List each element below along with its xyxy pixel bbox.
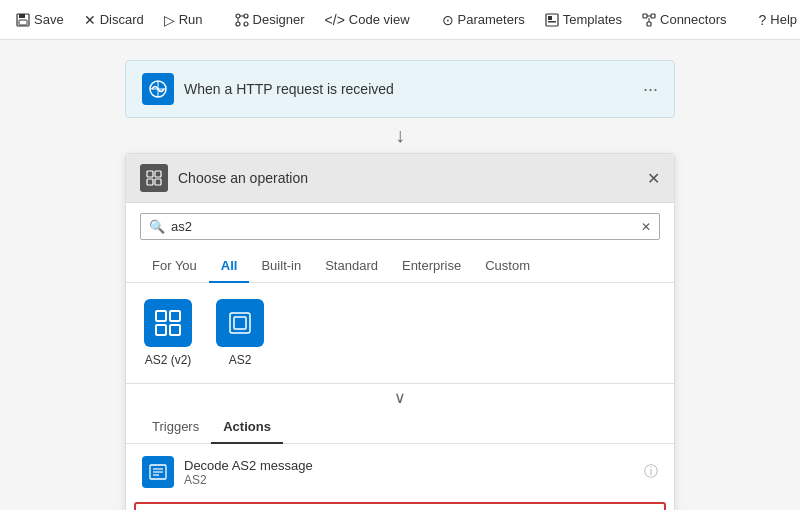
- svg-point-6: [244, 22, 248, 26]
- svg-rect-23: [155, 179, 161, 185]
- help-label: Help: [770, 12, 797, 27]
- svg-point-3: [236, 14, 240, 18]
- trigger-box: When a HTTP request is received ···: [125, 60, 675, 118]
- connector-cards: AS2 (v2) AS2: [126, 283, 674, 384]
- svg-point-5: [236, 22, 240, 26]
- connectors-button[interactable]: Connectors: [634, 8, 734, 31]
- codeview-icon: </>: [325, 12, 345, 28]
- svg-rect-1: [19, 14, 25, 18]
- action-item-decode-as2-message[interactable]: Decode AS2 message AS2 ⓘ: [126, 444, 674, 500]
- help-icon: ?: [759, 12, 767, 28]
- templates-button[interactable]: Templates: [537, 8, 630, 31]
- operation-header: Choose an operation ✕: [126, 154, 674, 203]
- trigger-title: When a HTTP request is received: [184, 81, 394, 97]
- save-label: Save: [34, 12, 64, 27]
- operation-header-title: Choose an operation: [178, 170, 308, 186]
- parameters-button[interactable]: ⊙ Parameters: [434, 8, 533, 32]
- svg-rect-27: [170, 325, 180, 335]
- search-clear-button[interactable]: ✕: [641, 220, 651, 234]
- svg-rect-14: [647, 22, 651, 26]
- tab-builtin[interactable]: Built-in: [249, 250, 313, 283]
- connector-card-as2[interactable]: AS2: [212, 295, 268, 371]
- save-icon: [16, 13, 30, 27]
- discard-icon: ✕: [84, 12, 96, 28]
- discard-label: Discard: [100, 12, 144, 27]
- arrow-down: ↓: [20, 124, 780, 147]
- tab-enterprise[interactable]: Enterprise: [390, 250, 473, 283]
- save-button[interactable]: Save: [8, 8, 72, 31]
- decode-as2-text: Decode AS2 message AS2: [184, 458, 634, 487]
- trigger-more-button[interactable]: ···: [643, 79, 658, 100]
- svg-rect-13: [651, 14, 655, 18]
- codeview-button[interactable]: </> Code view: [317, 8, 418, 32]
- category-tabs: For You All Built-in Standard Enterprise…: [126, 250, 674, 283]
- sub-tab-triggers[interactable]: Triggers: [140, 411, 211, 444]
- svg-rect-20: [147, 171, 153, 177]
- connectors-icon: [642, 13, 656, 27]
- svg-rect-28: [230, 313, 250, 333]
- sub-tabs: Triggers Actions: [126, 411, 674, 444]
- svg-rect-11: [548, 21, 556, 23]
- svg-rect-24: [156, 311, 166, 321]
- designer-button[interactable]: Designer: [227, 8, 313, 31]
- toolbar: Save ✕ Discard ▷ Run Designer </> Code v…: [0, 0, 800, 40]
- help-button[interactable]: ? Help: [751, 8, 801, 32]
- sub-tab-actions[interactable]: Actions: [211, 411, 283, 444]
- connectors-label: Connectors: [660, 12, 726, 27]
- search-box: 🔍 ✕: [140, 213, 660, 240]
- trigger-icon: [142, 73, 174, 105]
- as2v2-label: AS2 (v2): [145, 353, 192, 367]
- svg-rect-26: [156, 325, 166, 335]
- search-input[interactable]: [171, 219, 635, 234]
- panel-chevron: ∨: [126, 384, 674, 411]
- connector-card-as2v2[interactable]: AS2 (v2): [140, 295, 196, 371]
- tab-for-you[interactable]: For You: [140, 250, 209, 283]
- run-button[interactable]: ▷ Run: [156, 8, 211, 32]
- as2v2-icon: [144, 299, 192, 347]
- svg-rect-2: [19, 20, 27, 25]
- tab-all[interactable]: All: [209, 250, 250, 283]
- decode-as2-icon: [142, 456, 174, 488]
- designer-label: Designer: [253, 12, 305, 27]
- svg-rect-10: [548, 16, 552, 20]
- templates-icon: [545, 13, 559, 27]
- run-label: Run: [179, 12, 203, 27]
- run-icon: ▷: [164, 12, 175, 28]
- tab-standard[interactable]: Standard: [313, 250, 390, 283]
- parameters-icon: ⊙: [442, 12, 454, 28]
- templates-label: Templates: [563, 12, 622, 27]
- action-item-as2-decode[interactable]: AS2 Decode AS2 (v2) ⓘ: [134, 502, 666, 510]
- operation-panel: Choose an operation ✕ 🔍 ✕ For You All Bu…: [125, 153, 675, 510]
- action-list: Decode AS2 message AS2 ⓘ AS2 Decode: [126, 444, 674, 510]
- svg-rect-22: [147, 179, 153, 185]
- tab-custom[interactable]: Custom: [473, 250, 542, 283]
- operation-header-icon: [140, 164, 168, 192]
- codeview-label: Code view: [349, 12, 410, 27]
- svg-point-4: [244, 14, 248, 18]
- svg-rect-29: [234, 317, 246, 329]
- operation-close-button[interactable]: ✕: [647, 169, 660, 188]
- svg-rect-25: [170, 311, 180, 321]
- svg-rect-21: [155, 171, 161, 177]
- as2-icon: [216, 299, 264, 347]
- search-icon: 🔍: [149, 219, 165, 234]
- svg-rect-12: [643, 14, 647, 18]
- decode-as2-name: Decode AS2 message: [184, 458, 634, 473]
- decode-as2-info-button[interactable]: ⓘ: [644, 463, 658, 481]
- search-container: 🔍 ✕: [126, 203, 674, 250]
- canvas: When a HTTP request is received ··· ↓ Ch…: [0, 40, 800, 510]
- decode-as2-sub: AS2: [184, 473, 634, 487]
- discard-button[interactable]: ✕ Discard: [76, 8, 152, 32]
- designer-icon: [235, 13, 249, 27]
- parameters-label: Parameters: [458, 12, 525, 27]
- as2-label: AS2: [229, 353, 252, 367]
